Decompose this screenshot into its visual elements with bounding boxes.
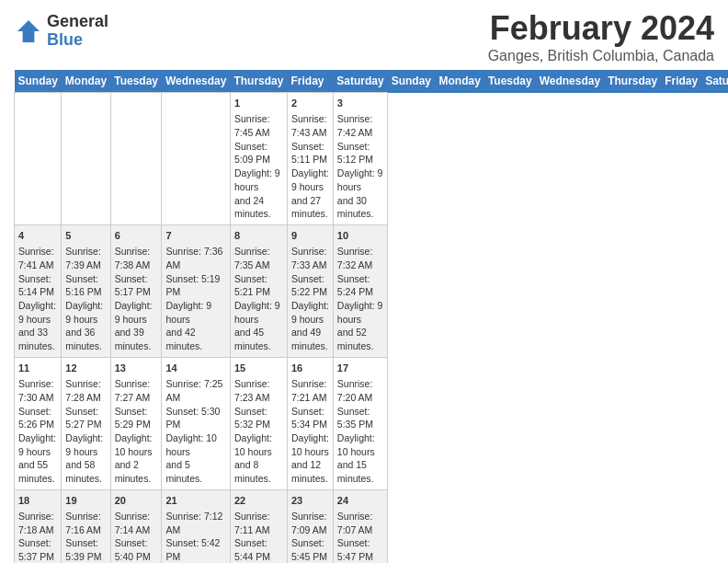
day-number: 21: [165, 494, 225, 508]
day-info: and 49 minutes.: [291, 326, 329, 352]
day-info: Daylight: 9 hours: [18, 299, 57, 326]
day-info: and 33 minutes.: [18, 326, 57, 352]
day-info: Sunrise: 7:43 AM: [291, 112, 329, 139]
day-number: 2: [291, 97, 329, 110]
calendar-cell: 5Sunrise: 7:39 AMSunset: 5:16 PMDaylight…: [62, 224, 110, 357]
day-info: Daylight: 9 hours: [65, 431, 106, 458]
calendar-cell: 23Sunrise: 7:09 AMSunset: 5:45 PMDayligh…: [287, 489, 333, 563]
day-info: Daylight: 10 hours: [337, 431, 383, 458]
day-info: and 15 minutes.: [337, 458, 383, 485]
day-header-thursday: Thursday: [604, 70, 661, 93]
week-row-4: 18Sunrise: 7:18 AMSunset: 5:37 PMDayligh…: [15, 489, 729, 563]
day-number: 16: [291, 362, 329, 375]
day-info: Sunrise: 7:42 AM: [337, 112, 383, 139]
day-info: Sunset: 5:47 PM: [337, 536, 383, 563]
day-info: and 55 minutes.: [18, 458, 57, 485]
day-info: Daylight: 9 hours: [65, 299, 106, 326]
day-info: Sunset: 5:34 PM: [291, 405, 329, 431]
day-info: Sunset: 5:14 PM: [18, 272, 57, 299]
calendar-cell: 20Sunrise: 7:14 AMSunset: 5:40 PMDayligh…: [110, 489, 162, 563]
day-header-thursday: Thursday: [230, 70, 287, 93]
calendar-cell: [110, 93, 162, 225]
day-number: 8: [234, 229, 283, 243]
day-info: Sunset: 5:26 PM: [18, 405, 57, 431]
day-info: Daylight: 9 hours: [18, 431, 57, 458]
day-info: Daylight: 9 hours: [234, 167, 283, 193]
day-info: and 30 minutes.: [337, 194, 383, 221]
day-header-friday: Friday: [661, 70, 701, 93]
day-info: Sunrise: 7:20 AM: [337, 377, 383, 404]
day-info: Sunrise: 7:11 AM: [234, 510, 283, 536]
day-info: Sunset: 5:17 PM: [115, 272, 158, 299]
day-info: and 5 minutes.: [165, 458, 225, 485]
day-info: Sunrise: 7:21 AM: [291, 377, 329, 404]
day-number: 15: [234, 362, 283, 375]
calendar-cell: 14Sunrise: 7:25 AMSunset: 5:30 PMDayligh…: [162, 357, 230, 489]
day-info: and 24 minutes.: [234, 194, 283, 221]
calendar-cell: 22Sunrise: 7:11 AMSunset: 5:44 PMDayligh…: [230, 489, 287, 563]
day-info: Sunset: 5:09 PM: [234, 140, 283, 167]
day-info: Sunset: 5:27 PM: [65, 405, 106, 431]
day-info: Daylight: 9 hours: [337, 299, 383, 326]
title-area: February 2024 Ganges, British Columbia, …: [488, 9, 714, 64]
calendar-cell: 21Sunrise: 7:12 AMSunset: 5:42 PMDayligh…: [162, 489, 230, 563]
day-info: Sunrise: 7:14 AM: [115, 510, 158, 536]
day-number: 20: [115, 494, 158, 508]
week-row-3: 11Sunrise: 7:30 AMSunset: 5:26 PMDayligh…: [15, 357, 729, 489]
day-info: Sunrise: 7:23 AM: [234, 377, 283, 404]
calendar-cell: 4Sunrise: 7:41 AMSunset: 5:14 PMDaylight…: [15, 224, 62, 357]
day-info: Sunrise: 7:28 AM: [65, 377, 106, 404]
day-number: 23: [291, 494, 329, 508]
day-number: 13: [115, 362, 158, 375]
logo-text: General Blue: [47, 13, 108, 50]
calendar-cell: 11Sunrise: 7:30 AMSunset: 5:26 PMDayligh…: [15, 357, 62, 489]
day-info: Daylight: 10 hours: [115, 431, 158, 458]
day-number: 10: [337, 229, 383, 243]
day-header-wednesday: Wednesday: [162, 70, 230, 93]
logo-icon: [14, 17, 43, 46]
calendar-cell: 7Sunrise: 7:36 AMSunset: 5:19 PMDaylight…: [162, 224, 230, 357]
day-header-saturday: Saturday: [701, 70, 728, 93]
day-info: Sunset: 5:12 PM: [337, 140, 383, 167]
day-number: 18: [18, 494, 57, 508]
calendar-cell: 8Sunrise: 7:35 AMSunset: 5:21 PMDaylight…: [230, 224, 287, 357]
day-info: and 58 minutes.: [65, 458, 106, 485]
day-info: and 52 minutes.: [337, 326, 383, 352]
day-number: 9: [291, 229, 329, 243]
day-number: 4: [18, 229, 57, 243]
day-info: Sunset: 5:35 PM: [337, 405, 383, 431]
day-info: Sunrise: 7:41 AM: [18, 245, 57, 271]
day-info: Sunset: 5:11 PM: [291, 140, 329, 167]
day-number: 17: [337, 362, 383, 375]
day-info: Sunrise: 7:30 AM: [18, 377, 57, 404]
day-header-wednesday: Wednesday: [536, 70, 604, 93]
day-info: Daylight: 9 hours: [115, 299, 158, 326]
day-info: Sunrise: 7:07 AM: [337, 510, 383, 536]
day-info: and 8 minutes.: [234, 458, 283, 485]
day-info: Daylight: 10 hours: [165, 431, 225, 458]
day-header-tuesday: Tuesday: [484, 70, 536, 93]
day-number: 12: [65, 362, 106, 375]
main-title: February 2024: [488, 9, 714, 48]
day-info: Daylight: 9 hours: [291, 167, 329, 193]
day-info: and 45 minutes.: [234, 326, 283, 352]
calendar-cell: 10Sunrise: 7:32 AMSunset: 5:24 PMDayligh…: [333, 224, 387, 357]
day-number: 7: [165, 229, 225, 243]
calendar-cell: 2Sunrise: 7:43 AMSunset: 5:11 PMDaylight…: [287, 93, 333, 225]
day-header-sunday: Sunday: [388, 70, 436, 93]
day-info: Sunrise: 7:35 AM: [234, 245, 283, 271]
day-info: Sunset: 5:29 PM: [115, 405, 158, 431]
day-number: 1: [234, 97, 283, 110]
calendar-cell: 3Sunrise: 7:42 AMSunset: 5:12 PMDaylight…: [333, 93, 387, 225]
day-info: Sunset: 5:24 PM: [337, 272, 383, 299]
day-info: Sunrise: 7:12 AM: [165, 510, 225, 536]
calendar-cell: 24Sunrise: 7:07 AMSunset: 5:47 PMDayligh…: [333, 489, 387, 563]
day-info: and 39 minutes.: [115, 326, 158, 352]
day-info: Daylight: 9 hours: [291, 299, 329, 326]
day-info: Sunset: 5:19 PM: [165, 272, 225, 299]
day-number: 22: [234, 494, 283, 508]
week-row-1: 1Sunrise: 7:45 AMSunset: 5:09 PMDaylight…: [15, 93, 729, 225]
calendar-cell: 9Sunrise: 7:33 AMSunset: 5:22 PMDaylight…: [287, 224, 333, 357]
day-header-friday: Friday: [287, 70, 333, 93]
day-number: 14: [165, 362, 225, 375]
